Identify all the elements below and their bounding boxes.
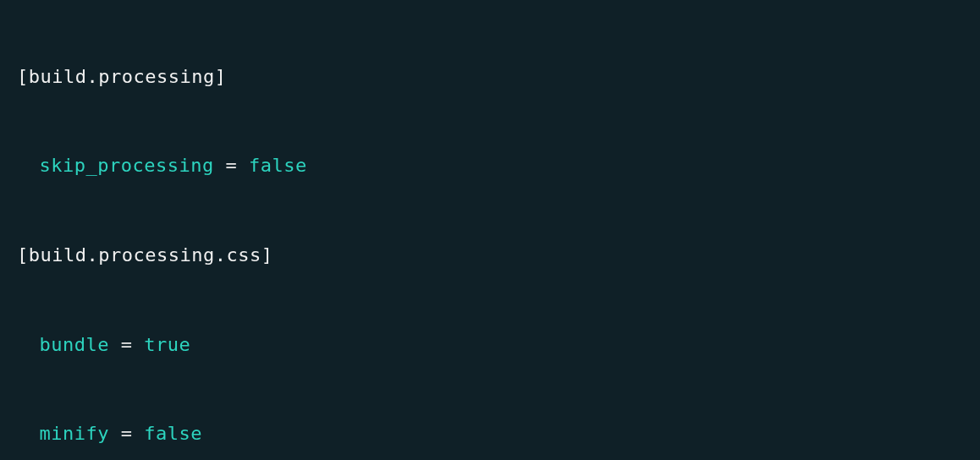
equals-sign: = [121, 423, 133, 444]
toml-code-block: [build.processing] skip_processing = fal… [17, 10, 963, 460]
code-line: bundle = true [17, 323, 963, 368]
equals-sign: = [225, 155, 237, 176]
config-value: false [249, 155, 307, 176]
code-line: minify = false [17, 412, 963, 457]
config-key: skip_processing [39, 155, 213, 176]
config-key: bundle [39, 334, 108, 355]
code-line: [build.processing] [17, 55, 963, 100]
code-line: skip_processing = false [17, 144, 963, 189]
config-value: true [144, 334, 190, 355]
section-header: [build.processing.css] [17, 244, 273, 266]
code-line: [build.processing.css] [17, 233, 963, 278]
equals-sign: = [121, 334, 133, 355]
section-header: [build.processing] [17, 66, 226, 87]
config-key: minify [39, 423, 108, 444]
config-value: false [144, 423, 202, 444]
